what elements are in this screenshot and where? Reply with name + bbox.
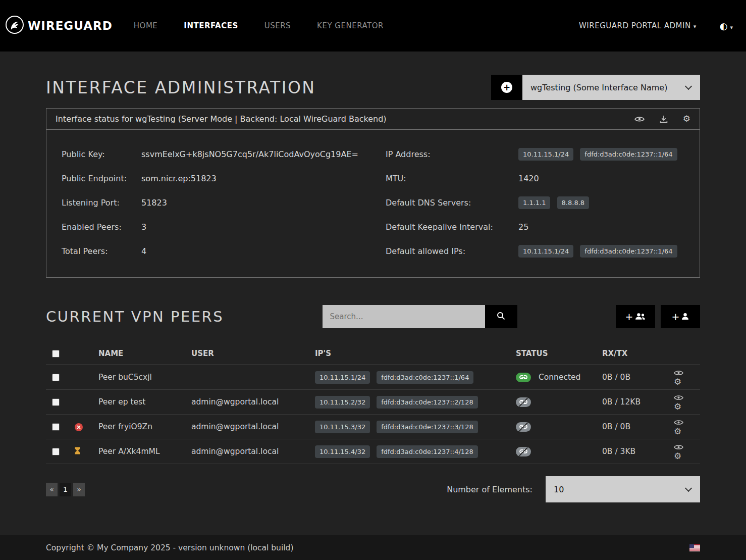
status-left-column: Public Key: ssvmEelxG+k8jsNO5G7cq5r/Ak7l… (62, 142, 386, 263)
table-header-row: NAME USER IP'S STATUS RX/TX (46, 342, 700, 365)
elements-select[interactable]: 10 (546, 476, 700, 502)
plus-glyph: + (672, 311, 680, 322)
add-peer-buttons: + + (616, 305, 700, 328)
download-config-button download-icon[interactable] (660, 115, 668, 123)
allowed-ip-badge: fdfd:d3ad:c0de:1237::1/64 (580, 245, 677, 258)
peer-rxtx: 0B / 3KB (602, 439, 668, 464)
add-peer-button[interactable]: + (661, 305, 700, 328)
search-input[interactable] (323, 305, 485, 328)
ip-badge: 10.11.15.1/24 (518, 148, 573, 161)
chevron-down-icon: ▾ (694, 23, 697, 30)
interface-select-wrap: wgTesting (Some Interface Name) (522, 75, 700, 100)
disconnected-link-slash-icon (516, 397, 531, 407)
nav-item-users[interactable]: USERS (264, 21, 291, 30)
info-row: MTU: 1420 (386, 166, 684, 190)
peer-checkbox[interactable] (52, 374, 60, 381)
pagination-next[interactable]: » (73, 483, 85, 496)
info-label: Public Key: (62, 149, 141, 159)
add-multiple-peers-button[interactable]: + (616, 305, 655, 328)
peer-checkbox[interactable] (52, 448, 60, 455)
view-peer-button eye-icon[interactable] (674, 444, 683, 450)
allowed-ip-badge: 10.11.15.1/24 (518, 245, 573, 258)
user-menu-dropdown[interactable]: WIREGUARD PORTAL ADMIN▾ (579, 21, 697, 30)
disconnected-link-slash-icon (516, 422, 531, 432)
disconnected-link-slash-icon (516, 447, 531, 456)
nav-item-home[interactable]: HOME (134, 21, 158, 30)
edit-peer-button gear-icon[interactable]: ⚙ (674, 378, 681, 386)
peer-ip-badge: fdfd:d3ad:c0de:1237::3/128 (377, 421, 478, 433)
search-icon (497, 312, 505, 322)
select-all-checkbox[interactable] (52, 350, 60, 358)
peer-row: × Peer fryiO9Zn admin@wgportal.local 10.… (46, 415, 700, 439)
dns-badge: 1.1.1.1 (518, 196, 550, 209)
language-flag-icon[interactable] (689, 544, 700, 551)
peer-ip-badge: 10.11.15.4/32 (315, 445, 370, 458)
view-peer-button eye-icon[interactable] (674, 394, 683, 401)
edit-peer-button gear-icon[interactable]: ⚙ (674, 427, 681, 436)
interface-select[interactable]: wgTesting (Some Interface Name) (522, 75, 700, 100)
view-config-button eye-icon[interactable] (634, 116, 645, 123)
connected-link-icon (516, 373, 531, 382)
info-label: Enabled Peers: (62, 222, 141, 232)
peer-name: Peer A/Xk4mML (98, 439, 191, 464)
public-endpoint-value: som.nicr.ep:51823 (141, 174, 217, 183)
dns-badge: 8.8.8.8 (557, 196, 589, 209)
info-row: Listening Port: 51823 (62, 190, 386, 215)
peer-rxtx: 0B / 0B (602, 365, 668, 390)
plus-glyph: + (503, 83, 510, 92)
info-row: Public Endpoint: som.nicr.ep:51823 (62, 166, 386, 190)
pagination-page-1[interactable]: 1 (60, 483, 71, 496)
ip-badge: fdfd:d3ad:c0de:1237::1/64 (580, 148, 677, 161)
people-icon (635, 311, 646, 322)
total-peers-value: 4 (141, 246, 146, 256)
brand-text: WireGuard (28, 19, 113, 32)
col-header-status: STATUS (516, 342, 602, 365)
peer-ip-badge: 10.11.15.3/32 (315, 421, 370, 433)
edit-peer-button gear-icon[interactable]: ⚙ (674, 452, 681, 461)
peer-checkbox[interactable] (52, 423, 60, 431)
peer-name: Peer fryiO9Zn (98, 415, 191, 439)
search-button[interactable] (485, 305, 517, 328)
info-row: Default Keepalive Interval: 25 (386, 215, 684, 239)
peer-ip-badge: fdfd:d3ad:c0de:1237::4/128 (377, 445, 478, 458)
info-label: Public Endpoint: (62, 174, 141, 183)
peer-ip-badge: fdfd:d3ad:c0de:1237::1/64 (377, 371, 473, 384)
enabled-peers-value: 3 (141, 222, 146, 232)
info-label: Default DNS Servers: (386, 198, 518, 208)
view-peer-button eye-icon[interactable] (674, 419, 683, 426)
page-title: INTERFACE ADMINISTRATION (46, 78, 316, 97)
peer-checkbox[interactable] (52, 398, 60, 406)
status-right-column: IP Address: 10.11.15.1/24 fdfd:d3ad:c0de… (386, 142, 684, 263)
peers-table: NAME USER IP'S STATUS RX/TX Peer buC5cxj… (46, 342, 700, 464)
add-interface-button[interactable]: + (491, 75, 522, 100)
navbar-right: WIREGUARD PORTAL ADMIN▾ ◐▾ (579, 21, 733, 31)
peers-title: CURRENT VPN PEERS (46, 308, 224, 325)
interface-controls: + wgTesting (Some Interface Name) (491, 75, 700, 100)
edit-peer-button gear-icon[interactable]: ⚙ (674, 402, 681, 411)
theme-icon: ◐ (720, 21, 728, 31)
nav-item-key-generator[interactable]: KEY GENERATOR (317, 21, 384, 30)
view-peer-button eye-icon[interactable] (674, 370, 683, 376)
copyright-text: Copyright © My Company 2025 - version un… (46, 543, 293, 552)
main-nav: HOME INTERFACES USERS KEY GENERATOR (134, 21, 384, 30)
info-row: Default allowed IPs: 10.11.15.1/24 fdfd:… (386, 239, 684, 263)
info-row: Public Key: ssvmEelxG+k8jsNO5G7cq5r/Ak7l… (62, 142, 386, 166)
peer-name: Peer ep test (98, 390, 191, 415)
peer-user: admin@wgportal.local (191, 415, 315, 439)
brand-logo[interactable]: WireGuard (5, 15, 113, 36)
elements-select-wrap: 10 (546, 476, 700, 502)
peer-row: Peer A/Xk4mML admin@wgportal.local 10.11… (46, 439, 700, 464)
theme-toggle-dropdown[interactable]: ◐▾ (720, 21, 733, 31)
peer-ip-badge: 10.11.15.1/24 (315, 371, 370, 384)
user-menu-label: WIREGUARD PORTAL ADMIN (579, 21, 691, 30)
nav-item-interfaces[interactable]: INTERFACES (184, 21, 238, 30)
peer-rxtx: 0B / 0B (602, 415, 668, 439)
plus-glyph: + (625, 311, 633, 322)
mtu-value: 1420 (518, 174, 539, 183)
pagination: « 1 » (46, 483, 85, 496)
peer-row: Peer ep test admin@wgportal.local 10.11.… (46, 390, 700, 415)
edit-interface-button gear-icon[interactable]: ⚙ (683, 115, 690, 123)
info-label: Total Peers: (62, 246, 141, 256)
peer-row: Peer buC5cxjl 10.11.15.1/24 fdfd:d3ad:c0… (46, 365, 700, 390)
pagination-prev[interactable]: « (46, 483, 58, 496)
